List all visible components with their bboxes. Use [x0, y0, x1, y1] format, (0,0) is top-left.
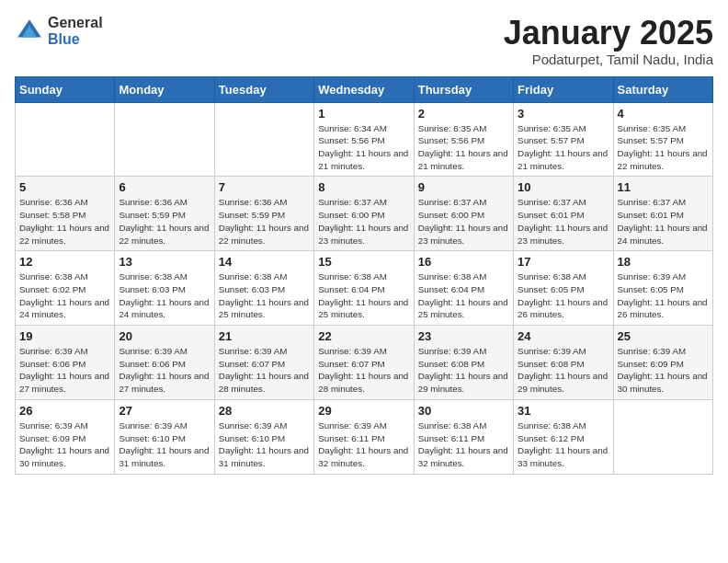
day-info: Sunrise: 6:37 AMSunset: 6:01 PMDaylight:… [518, 196, 609, 247]
calendar-cell: 22Sunrise: 6:39 AMSunset: 6:07 PMDayligh… [314, 326, 414, 400]
page-header: General Blue January 2025 Podaturpet, Ta… [15, 15, 713, 67]
day-number: 11 [618, 180, 709, 194]
day-info: Sunrise: 6:37 AMSunset: 6:00 PMDaylight:… [318, 196, 409, 247]
logo-text: General Blue [48, 15, 103, 47]
day-info: Sunrise: 6:38 AMSunset: 6:03 PMDaylight:… [119, 270, 210, 321]
calendar-cell: 10Sunrise: 6:37 AMSunset: 6:01 PMDayligh… [514, 177, 613, 251]
title-block: January 2025 Podaturpet, Tamil Nadu, Ind… [504, 15, 713, 67]
calendar-body: 1Sunrise: 6:34 AMSunset: 5:56 PMDaylight… [16, 102, 713, 474]
day-info: Sunrise: 6:39 AMSunset: 6:08 PMDaylight:… [518, 345, 609, 396]
day-info: Sunrise: 6:38 AMSunset: 6:02 PMDaylight:… [19, 270, 110, 321]
calendar-cell: 15Sunrise: 6:38 AMSunset: 6:04 PMDayligh… [314, 251, 414, 326]
calendar-cell [214, 102, 313, 177]
day-info: Sunrise: 6:35 AMSunset: 5:57 PMDaylight:… [618, 122, 709, 173]
calendar-cell: 7Sunrise: 6:36 AMSunset: 5:59 PMDaylight… [214, 177, 313, 251]
day-info: Sunrise: 6:39 AMSunset: 6:09 PMDaylight:… [19, 419, 110, 470]
day-info: Sunrise: 6:39 AMSunset: 6:10 PMDaylight:… [119, 419, 210, 470]
day-number: 24 [518, 329, 609, 343]
calendar-cell: 27Sunrise: 6:39 AMSunset: 6:10 PMDayligh… [115, 399, 214, 474]
calendar-week-4: 19Sunrise: 6:39 AMSunset: 6:06 PMDayligh… [16, 326, 713, 400]
location: Podaturpet, Tamil Nadu, India [504, 52, 713, 67]
day-number: 14 [219, 255, 310, 269]
day-info: Sunrise: 6:38 AMSunset: 6:05 PMDaylight:… [518, 270, 609, 321]
day-info: Sunrise: 6:35 AMSunset: 5:56 PMDaylight:… [418, 122, 509, 173]
day-info: Sunrise: 6:36 AMSunset: 5:59 PMDaylight:… [119, 196, 210, 247]
calendar-cell: 29Sunrise: 6:39 AMSunset: 6:11 PMDayligh… [314, 399, 414, 474]
calendar-cell: 1Sunrise: 6:34 AMSunset: 5:56 PMDaylight… [314, 102, 414, 177]
calendar-cell: 12Sunrise: 6:38 AMSunset: 6:02 PMDayligh… [16, 251, 115, 326]
day-number: 1 [318, 107, 409, 121]
day-info: Sunrise: 6:39 AMSunset: 6:09 PMDaylight:… [618, 345, 709, 396]
day-info: Sunrise: 6:38 AMSunset: 6:04 PMDaylight:… [418, 270, 509, 321]
day-number: 20 [119, 329, 210, 343]
calendar-week-1: 1Sunrise: 6:34 AMSunset: 5:56 PMDaylight… [16, 102, 713, 177]
calendar-cell: 8Sunrise: 6:37 AMSunset: 6:00 PMDaylight… [314, 177, 414, 251]
weekday-header-thursday: Thursday [414, 76, 513, 102]
day-info: Sunrise: 6:39 AMSunset: 6:06 PMDaylight:… [119, 345, 210, 396]
weekday-header-friday: Friday [514, 76, 613, 102]
calendar-cell: 11Sunrise: 6:37 AMSunset: 6:01 PMDayligh… [613, 177, 712, 251]
calendar-cell: 24Sunrise: 6:39 AMSunset: 6:08 PMDayligh… [514, 326, 613, 400]
day-number: 5 [19, 180, 110, 194]
calendar-cell: 26Sunrise: 6:39 AMSunset: 6:09 PMDayligh… [16, 399, 115, 474]
day-number: 15 [318, 255, 409, 269]
weekday-header-saturday: Saturday [613, 76, 712, 102]
calendar-week-5: 26Sunrise: 6:39 AMSunset: 6:09 PMDayligh… [16, 399, 713, 474]
calendar-cell: 14Sunrise: 6:38 AMSunset: 6:03 PMDayligh… [214, 251, 313, 326]
day-number: 17 [518, 255, 609, 269]
weekday-header-wednesday: Wednesday [314, 76, 414, 102]
day-info: Sunrise: 6:39 AMSunset: 6:11 PMDaylight:… [318, 419, 409, 470]
calendar-cell: 16Sunrise: 6:38 AMSunset: 6:04 PMDayligh… [414, 251, 513, 326]
day-number: 7 [219, 180, 310, 194]
day-number: 19 [19, 329, 110, 343]
calendar-cell: 13Sunrise: 6:38 AMSunset: 6:03 PMDayligh… [115, 251, 214, 326]
calendar-cell [115, 102, 214, 177]
day-number: 9 [418, 180, 509, 194]
logo-blue-text: Blue [48, 31, 103, 48]
day-info: Sunrise: 6:39 AMSunset: 6:10 PMDaylight:… [219, 419, 310, 470]
day-number: 4 [618, 107, 709, 121]
calendar-cell: 20Sunrise: 6:39 AMSunset: 6:06 PMDayligh… [115, 326, 214, 400]
day-number: 18 [618, 255, 709, 269]
day-number: 31 [518, 404, 609, 418]
weekday-header-sunday: Sunday [16, 76, 115, 102]
calendar-cell: 31Sunrise: 6:38 AMSunset: 6:12 PMDayligh… [514, 399, 613, 474]
day-info: Sunrise: 6:38 AMSunset: 6:12 PMDaylight:… [518, 419, 609, 470]
calendar-cell [613, 399, 712, 474]
weekday-row: SundayMondayTuesdayWednesdayThursdayFrid… [16, 76, 713, 102]
day-info: Sunrise: 6:35 AMSunset: 5:57 PMDaylight:… [518, 122, 609, 173]
calendar-cell: 21Sunrise: 6:39 AMSunset: 6:07 PMDayligh… [214, 326, 313, 400]
day-number: 29 [318, 404, 409, 418]
day-number: 6 [119, 180, 210, 194]
day-info: Sunrise: 6:38 AMSunset: 6:03 PMDaylight:… [219, 270, 310, 321]
logo: General Blue [15, 15, 103, 47]
calendar-cell: 6Sunrise: 6:36 AMSunset: 5:59 PMDaylight… [115, 177, 214, 251]
calendar-cell: 4Sunrise: 6:35 AMSunset: 5:57 PMDaylight… [613, 102, 712, 177]
day-info: Sunrise: 6:38 AMSunset: 6:04 PMDaylight:… [318, 270, 409, 321]
day-info: Sunrise: 6:37 AMSunset: 6:00 PMDaylight:… [418, 196, 509, 247]
calendar-cell: 2Sunrise: 6:35 AMSunset: 5:56 PMDaylight… [414, 102, 513, 177]
day-number: 16 [418, 255, 509, 269]
day-number: 27 [119, 404, 210, 418]
day-number: 3 [518, 107, 609, 121]
weekday-header-monday: Monday [115, 76, 214, 102]
day-number: 8 [318, 180, 409, 194]
day-number: 2 [418, 107, 509, 121]
calendar-cell: 18Sunrise: 6:39 AMSunset: 6:05 PMDayligh… [613, 251, 712, 326]
day-number: 12 [19, 255, 110, 269]
day-info: Sunrise: 6:39 AMSunset: 6:08 PMDaylight:… [418, 345, 509, 396]
day-info: Sunrise: 6:34 AMSunset: 5:56 PMDaylight:… [318, 122, 409, 173]
logo-icon [15, 17, 44, 46]
day-number: 10 [518, 180, 609, 194]
day-number: 13 [119, 255, 210, 269]
calendar-week-2: 5Sunrise: 6:36 AMSunset: 5:58 PMDaylight… [16, 177, 713, 251]
day-number: 23 [418, 329, 509, 343]
logo-general-text: General [48, 15, 103, 31]
calendar-cell: 30Sunrise: 6:38 AMSunset: 6:11 PMDayligh… [414, 399, 513, 474]
day-info: Sunrise: 6:39 AMSunset: 6:07 PMDaylight:… [318, 345, 409, 396]
day-number: 28 [219, 404, 310, 418]
weekday-header-tuesday: Tuesday [214, 76, 313, 102]
day-info: Sunrise: 6:36 AMSunset: 5:58 PMDaylight:… [19, 196, 110, 247]
calendar-cell: 9Sunrise: 6:37 AMSunset: 6:00 PMDaylight… [414, 177, 513, 251]
day-number: 25 [618, 329, 709, 343]
